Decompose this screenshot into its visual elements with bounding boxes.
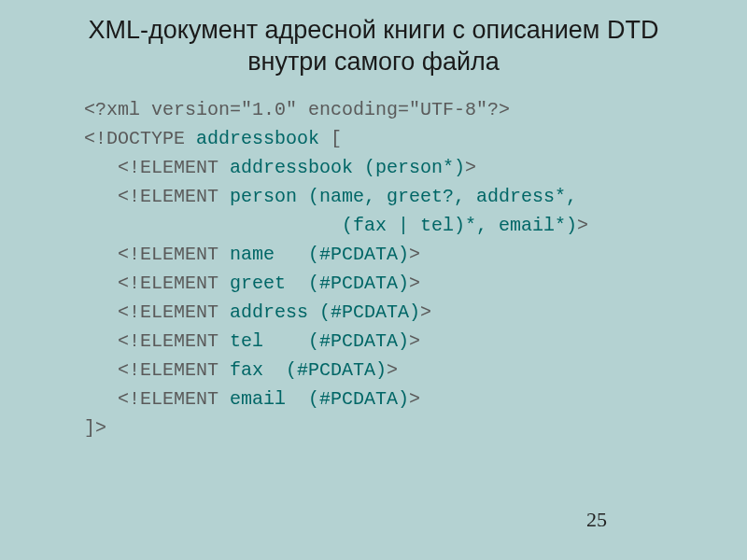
code-keyword: email (#PCDATA): [230, 388, 409, 410]
code-line: ]>: [84, 417, 106, 439]
code-text: >: [409, 330, 420, 352]
code-text: <!ELEMENT: [84, 359, 230, 381]
code-text: <!ELEMENT: [84, 186, 230, 207]
code-keyword: person (name, greet?, address*,: [230, 186, 577, 207]
code-keyword: (fax | tel)*, email*): [342, 215, 577, 236]
code-text: <!ELEMENT: [84, 273, 230, 294]
code-keyword: addressbook (person*): [230, 157, 465, 178]
code-text: <!ELEMENT: [84, 388, 230, 410]
code-text: >: [420, 301, 431, 323]
code-text: >: [387, 359, 398, 381]
code-keyword: addressbook: [196, 128, 319, 149]
page-number: 25: [586, 508, 607, 532]
code-line: <?xml version="1.0" encoding="UTF-8"?>: [84, 99, 510, 120]
code-text: >: [577, 215, 588, 236]
code-text: [: [319, 128, 342, 149]
code-keyword: name (#PCDATA): [230, 244, 409, 265]
code-text: <!DOCTYPE: [84, 128, 196, 149]
code-text: >: [409, 388, 420, 410]
code-text: >: [409, 244, 420, 265]
code-text: <!ELEMENT: [84, 330, 230, 352]
code-keyword: fax (#PCDATA): [230, 359, 387, 381]
code-keyword: address (#PCDATA): [230, 301, 420, 323]
code-keyword: greet (#PCDATA): [230, 273, 409, 294]
code-keyword: tel (#PCDATA): [230, 330, 409, 352]
code-block: <?xml version="1.0" encoding="UTF-8"?> <…: [84, 95, 747, 442]
code-text: [84, 215, 342, 236]
code-text: >: [409, 273, 420, 294]
code-text: >: [465, 157, 476, 178]
code-text: <!ELEMENT: [84, 301, 230, 323]
code-text: <!ELEMENT: [84, 157, 230, 178]
code-text: <!ELEMENT: [84, 244, 230, 265]
slide-title: XML-документ адресной книги с описанием …: [0, 0, 747, 78]
